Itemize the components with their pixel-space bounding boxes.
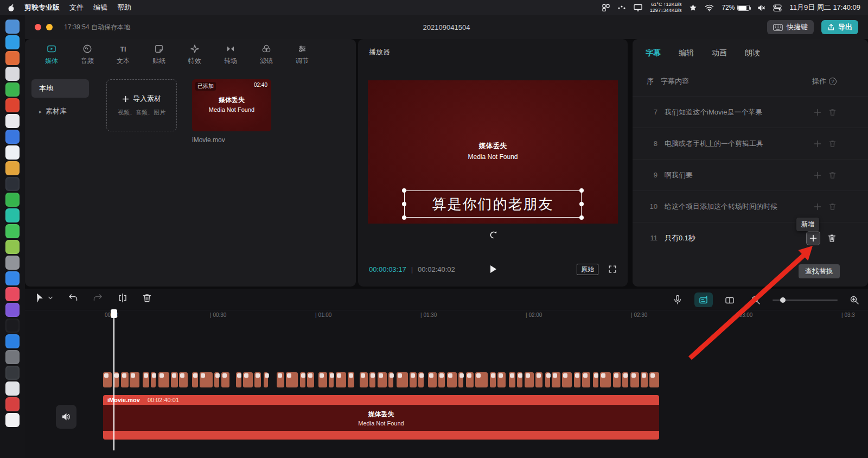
- dock-app-icon[interactable]: [5, 319, 20, 333]
- tab-read-aloud[interactable]: 朗读: [745, 48, 760, 58]
- dock-app-icon[interactable]: [5, 145, 20, 160]
- subtitle-clip[interactable]: [277, 372, 284, 387]
- delete-subtitle-button[interactable]: [828, 139, 837, 148]
- window-tiles-icon[interactable]: [602, 4, 610, 11]
- subtitle-clip[interactable]: [600, 372, 611, 387]
- rotate-handle-icon[interactable]: [488, 230, 498, 240]
- dock-app-icon[interactable]: [5, 35, 20, 49]
- record-voiceover-button[interactable]: [673, 295, 682, 305]
- add-subtitle-button[interactable]: [814, 140, 821, 148]
- tab-animation[interactable]: 动画: [712, 48, 727, 58]
- preview-axis-button[interactable]: [725, 295, 735, 305]
- resize-handle[interactable]: [402, 215, 406, 220]
- subtitle-clip[interactable]: [410, 372, 417, 387]
- export-button[interactable]: 导出: [821, 20, 858, 34]
- tab-text[interactable]: TI 文本: [105, 39, 141, 71]
- subtitle-clip[interactable]: [397, 372, 408, 387]
- add-subtitle-button[interactable]: [806, 231, 820, 245]
- add-subtitle-button[interactable]: [814, 109, 821, 116]
- subtitle-clip[interactable]: [438, 372, 445, 387]
- subtitle-clip[interactable]: [179, 372, 188, 387]
- subtitle-clip[interactable]: [613, 372, 621, 387]
- resize-handle[interactable]: [579, 202, 584, 206]
- subtitle-clip[interactable]: [286, 372, 298, 387]
- select-tool[interactable]: [35, 292, 53, 303]
- tab-transitions[interactable]: 转场: [213, 39, 248, 71]
- subtitle-clip[interactable]: [192, 372, 198, 387]
- dock-app-icon[interactable]: [5, 20, 20, 34]
- subtitle-clip[interactable]: [130, 372, 139, 387]
- undo-button[interactable]: [68, 293, 78, 303]
- dock-app-icon[interactable]: [5, 366, 20, 380]
- subtitle-row[interactable]: 8 电脑或者手机上的一个剪辑工具: [633, 128, 868, 159]
- dock-app-icon[interactable]: [5, 114, 20, 128]
- track-audio-toggle[interactable]: [56, 405, 76, 429]
- subtitle-clip[interactable]: [318, 372, 327, 387]
- video-track-clip[interactable]: iMovie.mov 00:02:40:01 媒体丢失 Media Not Fo…: [103, 395, 659, 440]
- subtitle-clip[interactable]: [348, 372, 354, 387]
- tab-filters[interactable]: 滤镜: [248, 39, 284, 71]
- dock-app-icon[interactable]: [5, 208, 20, 222]
- tab-effects[interactable]: 特效: [177, 39, 213, 71]
- subtitle-clip[interactable]: [254, 372, 261, 387]
- tab-edit[interactable]: 编辑: [679, 48, 694, 58]
- dock-app-icon[interactable]: [5, 161, 20, 175]
- subtitle-clip[interactable]: [214, 372, 219, 387]
- subtitle-clip[interactable]: [552, 372, 560, 387]
- sidebar-item-local[interactable]: 本地: [31, 79, 89, 98]
- dock-app-icon[interactable]: [5, 51, 20, 65]
- subtitle-clip[interactable]: [158, 372, 169, 387]
- play-button[interactable]: [489, 264, 497, 274]
- subtitle-clip[interactable]: [171, 372, 178, 387]
- dock-app-icon[interactable]: [5, 350, 20, 364]
- battery-indicator[interactable]: 72%: [722, 4, 750, 11]
- tab-adjust[interactable]: 调节: [284, 39, 320, 71]
- subtitle-row[interactable]: 7 我们知道这个iMovie是一个苹果: [633, 96, 868, 128]
- apple-menu-icon[interactable]: [8, 4, 15, 12]
- shortcuts-button[interactable]: 快捷键: [767, 20, 814, 34]
- subtitle-clip[interactable]: [622, 372, 628, 387]
- subtitle-row-current[interactable]: 11 只有0.1秒: [633, 222, 868, 253]
- resize-handle[interactable]: [402, 202, 406, 206]
- subtitle-clip[interactable]: [509, 372, 515, 387]
- subtitle-clip[interactable]: [649, 372, 659, 387]
- subtitle-clip[interactable]: [329, 372, 334, 387]
- subtitle-clip[interactable]: [378, 372, 387, 387]
- sidebar-item-library[interactable]: 素材库: [31, 102, 89, 120]
- delete-subtitle-button[interactable]: [827, 233, 837, 243]
- zoom-out-button[interactable]: [751, 295, 761, 305]
- subtitle-clip[interactable]: [490, 372, 496, 387]
- import-media-button[interactable]: 导入素材 视频、音频、图片: [106, 79, 177, 131]
- menu-app-name[interactable]: 剪映专业版: [24, 3, 60, 12]
- timeline-zoom-slider[interactable]: [773, 300, 838, 301]
- subtitle-clip[interactable]: [264, 372, 268, 387]
- aspect-ratio-button[interactable]: 原始: [577, 264, 598, 275]
- subtitle-clip[interactable]: [545, 372, 550, 387]
- subtitle-clip[interactable]: [582, 372, 590, 387]
- close-window-button[interactable]: [35, 24, 41, 30]
- dock-app-icon[interactable]: [5, 413, 20, 427]
- dock-app-icon[interactable]: [5, 303, 20, 317]
- subtitle-clip[interactable]: [143, 372, 149, 387]
- dock-app-icon[interactable]: [5, 397, 20, 411]
- subtitle-clip[interactable]: [236, 372, 241, 387]
- tab-audio[interactable]: 音频: [69, 39, 105, 71]
- subtitle-clip[interactable]: [593, 372, 598, 387]
- playhead[interactable]: [111, 309, 117, 451]
- subtitle-clip[interactable]: [121, 372, 129, 387]
- media-clip-card[interactable]: 已添加 02:40 媒体丢失 Media Not Found iMovie.mo…: [192, 79, 271, 144]
- subtitle-clip[interactable]: [517, 372, 522, 387]
- help-icon[interactable]: [829, 78, 837, 85]
- subtitle-clip[interactable]: [200, 372, 213, 387]
- menu-edit[interactable]: 编辑: [93, 3, 107, 12]
- video-preview[interactable]: 媒体丢失 Media Not Found 算是你们的老朋友: [368, 80, 618, 224]
- dock-app-icon[interactable]: [5, 240, 20, 254]
- subtitle-clip[interactable]: [562, 372, 572, 387]
- subtitle-clip[interactable]: [151, 372, 156, 387]
- subtitle-clip[interactable]: [428, 372, 437, 387]
- dock-app-icon[interactable]: [5, 334, 20, 348]
- subtitle-clip[interactable]: [336, 372, 346, 387]
- subtitle-clip[interactable]: [307, 372, 314, 387]
- dock-app-icon[interactable]: [5, 67, 20, 81]
- mute-icon[interactable]: [757, 4, 765, 11]
